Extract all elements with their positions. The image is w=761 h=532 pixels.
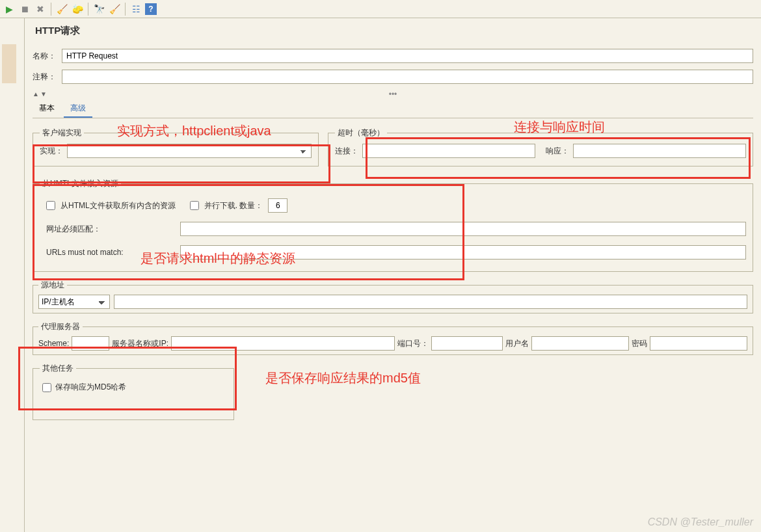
parallel-label: 并行下载. 数量： [204,200,263,211]
broom-icon[interactable]: 🧽 [71,3,84,16]
help-icon[interactable]: ? [145,3,157,15]
impl-combo[interactable] [67,144,312,158]
timeout-legend: 超时（毫秒） [335,127,387,139]
page-title: HTTP请求 [33,25,753,37]
proxy-legend: 代理服务器 [38,321,83,332]
run-icon[interactable]: ▶ [3,3,16,16]
tab-row: 基本 高级 [33,100,753,118]
port-label: 端口号： [397,338,429,349]
pass-label: 密码 [632,338,647,349]
fieldset-other: 其他任务 保存响应为MD5哈希 [33,363,234,420]
fieldset-html-resources: 从HMTL文件嵌入资源 从HTML文件获取所有内含的资源 并行下载. 数量： 网… [33,178,753,272]
tab-basic[interactable]: 基本 [33,100,61,118]
get-all-checkbox[interactable] [46,201,55,210]
fieldset-source-addr: 源地址 IP/主机名 [33,280,753,313]
tab-advanced[interactable]: 高级 [64,100,92,118]
fieldset-proxy: 代理服务器 Scheme: 服务器名称或IP: 端口号： 用户名 密码 [33,321,753,355]
url-match-input[interactable] [180,222,746,236]
connect-input[interactable] [362,144,535,158]
impl-label: 实现： [40,146,63,157]
scheme-label: Scheme: [38,339,69,348]
url-match-label: 网址必须匹配： [46,224,176,235]
source-addr-input[interactable] [114,295,747,309]
parallel-checkbox[interactable] [190,201,199,210]
connect-label: 连接： [335,146,358,157]
html-res-legend: 从HMTL文件嵌入资源 [40,178,121,189]
url-not-match-input[interactable] [180,245,746,259]
fieldset-client-impl: 客户端实现 实现： [33,127,319,166]
name-label: 名称： [33,51,62,62]
md5-label: 保存响应为MD5哈希 [55,382,126,393]
client-impl-legend: 客户端实现 [40,127,84,139]
user-input[interactable] [531,336,629,351]
parallel-num-input[interactable] [268,198,287,213]
binoculars-icon[interactable]: 🔭 [92,3,105,16]
watermark: CSDN @Tester_muller [648,516,753,528]
name-input[interactable] [62,49,753,63]
comment-input[interactable] [62,70,753,84]
clean-icon[interactable]: 🧹 [55,3,68,16]
fieldset-timeout: 超时（毫秒） 连接： 响应： [328,127,753,166]
pass-input[interactable] [650,336,747,351]
user-label: 用户名 [505,338,529,349]
server-input[interactable] [171,336,395,351]
content-panel: HTTP请求 名称： 注释： ▲▼ ••• 基本 高级 客户端实现 实现： [25,18,761,532]
list-icon[interactable]: ☷ [129,3,142,16]
get-all-label: 从HTML文件获取所有内含的资源 [60,200,176,211]
source-addr-legend: 源地址 [38,280,67,291]
comment-label: 注释： [33,72,62,83]
response-label: 响应： [546,146,569,157]
close-icon[interactable]: ✖ [34,3,47,16]
sweep-icon[interactable]: 🧹 [108,3,121,16]
source-addr-combo[interactable]: IP/主机名 [38,295,110,309]
server-label: 服务器名称或IP: [112,338,168,349]
port-input[interactable] [431,336,503,351]
other-legend: 其他任务 [40,363,76,374]
scheme-input[interactable] [72,336,109,351]
tree-panel[interactable] [0,18,25,532]
stop-icon[interactable]: ⏹ [18,3,31,16]
expander[interactable]: ▲▼ ••• [33,90,753,98]
url-not-match-label: URLs must not match: [46,248,176,257]
toolbar: ▶ ⏹ ✖ 🧹 🧽 🔭 🧹 ☷ ? [0,0,761,18]
response-input[interactable] [573,144,746,158]
md5-checkbox[interactable] [42,383,51,392]
